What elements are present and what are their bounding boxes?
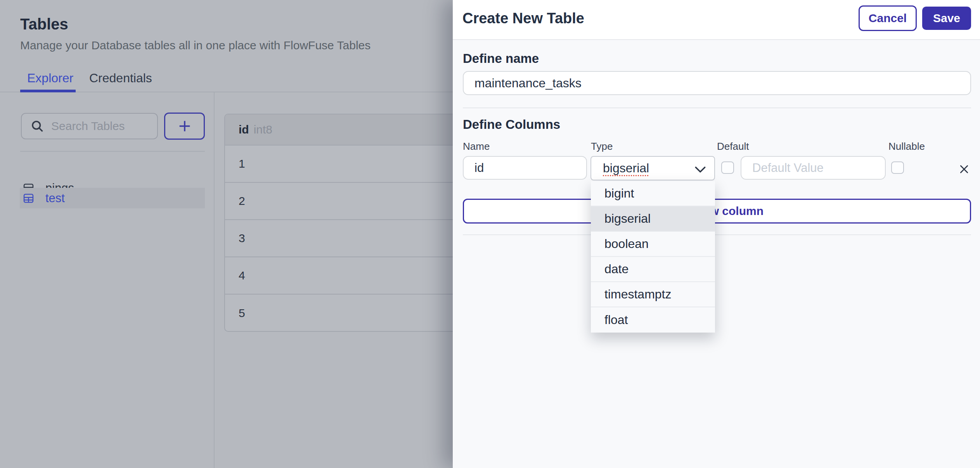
magnifier-icon: [30, 119, 44, 133]
type-option-date[interactable]: date: [591, 257, 715, 282]
save-button[interactable]: Save: [922, 7, 971, 30]
column-name: id: [239, 123, 249, 136]
type-option-timestamptz[interactable]: timestamptz: [591, 282, 715, 307]
tab-explorer[interactable]: Explorer: [27, 71, 73, 85]
page-title: Tables: [20, 16, 68, 33]
type-option-bigserial[interactable]: bigserial: [591, 206, 715, 232]
search-placeholder: Search Tables: [51, 120, 125, 133]
sidebar-item-test[interactable]: test: [20, 188, 205, 208]
nullable-checkbox[interactable]: [891, 161, 904, 174]
tab-credentials[interactable]: Credentials: [89, 71, 152, 85]
search-input[interactable]: Search Tables: [21, 113, 158, 139]
column-header[interactable]: id int8: [225, 114, 480, 146]
type-option-boolean[interactable]: boolean: [591, 232, 715, 257]
chevron-down-icon: [695, 166, 706, 173]
sidebar-divider: [214, 92, 215, 468]
table-row[interactable]: 3: [225, 220, 480, 257]
field-label-name: Name: [463, 140, 490, 153]
cancel-button[interactable]: Cancel: [859, 5, 917, 31]
app-root: Tables Manage your Database tables all i…: [0, 0, 980, 468]
remove-column-button[interactable]: [957, 162, 971, 176]
table-row[interactable]: 2: [225, 183, 480, 220]
field-label-type: Type: [591, 140, 613, 153]
table-row[interactable]: 4: [225, 257, 480, 295]
define-name-label: Define name: [463, 51, 539, 66]
list-divider: [20, 151, 205, 152]
field-label-nullable: Nullable: [888, 140, 925, 153]
define-columns-label: Define Columns: [463, 117, 560, 132]
close-icon: [959, 164, 969, 174]
cell-value: 1: [239, 157, 245, 170]
column-type-value: bigserial: [603, 161, 649, 175]
default-value-input[interactable]: Default Value: [741, 156, 886, 180]
column-type-select[interactable]: bigserial: [590, 156, 715, 180]
section-divider: [463, 107, 971, 108]
table-name-value: maintenance_tasks: [474, 76, 582, 90]
field-label-default: Default: [717, 140, 749, 153]
page-subtitle: Manage your Database tables all in one p…: [20, 39, 371, 52]
column-name-input[interactable]: id: [463, 156, 587, 180]
default-checkbox[interactable]: [721, 161, 734, 174]
column-type: int8: [254, 123, 272, 136]
active-tab-underline: [20, 90, 76, 92]
type-dropdown-menu: bigint bigserial boolean date timestampt…: [591, 181, 715, 333]
create-table-drawer: Create New Table Cancel Save Define name…: [453, 0, 980, 468]
cell-value: 4: [239, 269, 245, 282]
plus-icon: [177, 118, 192, 134]
drawer-title: Create New Table: [462, 10, 584, 27]
table-name-input[interactable]: maintenance_tasks: [463, 71, 971, 95]
cell-value: 3: [239, 232, 245, 245]
table-explorer-grid: id int8 1 2 3 4 5: [224, 114, 481, 332]
add-new-column-button[interactable]: Add new column: [463, 199, 971, 224]
cell-value: 2: [239, 194, 245, 208]
table-icon: [23, 194, 34, 203]
cell-value: 5: [239, 307, 245, 320]
section-divider: [463, 234, 971, 235]
default-value-placeholder: Default Value: [752, 161, 824, 175]
table-row[interactable]: 5: [225, 295, 480, 332]
sidebar-item-label: test: [45, 191, 65, 205]
column-name-value: id: [474, 161, 484, 175]
type-option-bigint[interactable]: bigint: [591, 181, 715, 206]
table-row[interactable]: 1: [225, 146, 480, 183]
add-table-button[interactable]: [164, 113, 205, 140]
type-option-float[interactable]: float: [591, 307, 715, 333]
